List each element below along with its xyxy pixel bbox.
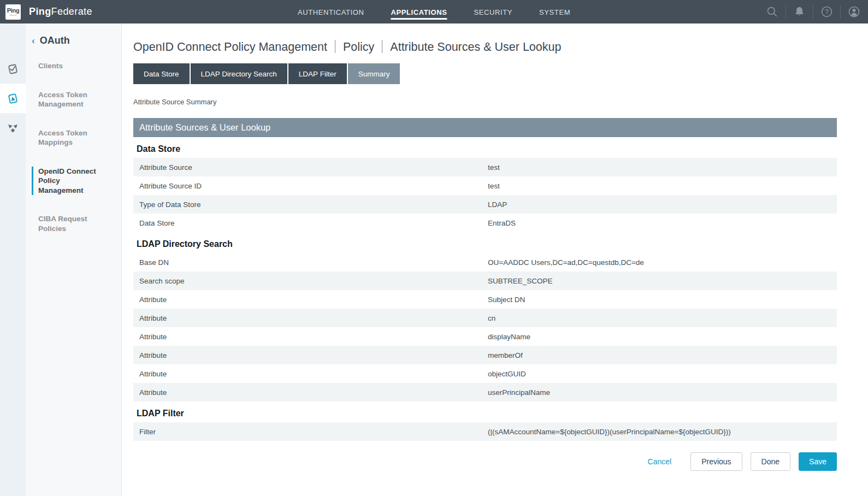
logo-subtext: Identity bbox=[10, 14, 17, 16]
summary-row: Filter(|(sAMAccountName=${objectGUID})(u… bbox=[133, 422, 837, 441]
summary-sections: Data StoreAttribute SourcetestAttribute … bbox=[133, 144, 837, 441]
row-value: LDAP bbox=[488, 200, 507, 209]
icon-divider bbox=[786, 5, 786, 19]
tab-ldap-filter[interactable]: LDAP Filter bbox=[288, 63, 347, 84]
summary-row: AttributememberOf bbox=[133, 346, 837, 364]
summary-row: AttributeuserPrincipalName bbox=[133, 383, 837, 401]
clients-icon bbox=[6, 62, 20, 76]
notifications-icon[interactable] bbox=[793, 5, 806, 18]
mappings-icon bbox=[6, 121, 20, 135]
primary-nav: AUTHENTICATION APPLICATIONS SECURITY SYS… bbox=[298, 0, 570, 23]
sidebar-item-access-token-mappings[interactable]: Access Token Mappings bbox=[38, 128, 114, 147]
row-label: Attribute bbox=[133, 351, 167, 359]
previous-button[interactable]: Previous bbox=[690, 452, 742, 471]
icon-rail bbox=[0, 23, 26, 496]
summary-table-header: Attribute Sources & User Lookup bbox=[133, 118, 837, 137]
sidebar-item-ciba-request-policies[interactable]: CIBA Request Policies bbox=[38, 214, 114, 233]
breadcrumb-part: Attribute Sources & User Lookup bbox=[390, 40, 561, 54]
product-name: PingFederate bbox=[29, 6, 92, 17]
nav-authentication[interactable]: AUTHENTICATION bbox=[298, 6, 364, 20]
help-icon[interactable]: ? bbox=[820, 5, 833, 18]
row-label: Attribute bbox=[133, 333, 167, 341]
rail-mappings-icon[interactable] bbox=[0, 113, 26, 143]
summary-description: Attribute Source Summary bbox=[133, 98, 837, 106]
sidebar-back-oauth[interactable]: ‹ OAuth bbox=[38, 35, 121, 46]
top-header: Ping Identity PingFederate AUTHENTICATIO… bbox=[0, 0, 868, 23]
access-token-icon bbox=[6, 92, 20, 105]
row-label: Base DN bbox=[133, 258, 169, 267]
breadcrumb-part: OpenID Connect Policy Management bbox=[133, 40, 327, 54]
cancel-link[interactable]: Cancel bbox=[648, 457, 672, 466]
row-label: Attribute bbox=[133, 370, 167, 378]
summary-row: AttributedisplayName bbox=[133, 327, 837, 346]
row-value: cn bbox=[488, 314, 495, 322]
footer-actions: Cancel Previous Done Save bbox=[133, 452, 837, 482]
rail-access-token-icon[interactable] bbox=[0, 84, 26, 113]
summary-row: Type of Data StoreLDAP bbox=[133, 195, 837, 214]
row-label: Attribute Source bbox=[133, 163, 192, 172]
sidebar-item-clients[interactable]: Clients bbox=[38, 61, 114, 71]
wizard-tabs: Data Store LDAP Directory Search LDAP Fi… bbox=[133, 63, 837, 84]
nav-security[interactable]: SECURITY bbox=[474, 6, 512, 20]
row-label: Data Store bbox=[133, 219, 175, 227]
account-icon[interactable] bbox=[848, 5, 860, 18]
product-name-light: Federate bbox=[51, 6, 92, 17]
tab-summary[interactable]: Summary bbox=[348, 63, 400, 84]
header-icon-group: ? bbox=[766, 5, 860, 19]
row-value: objectGUID bbox=[488, 370, 526, 378]
main-content: OpenID Connect Policy ManagementPolicyAt… bbox=[122, 23, 868, 496]
title-separator bbox=[382, 40, 382, 53]
nav-applications[interactable]: APPLICATIONS bbox=[391, 6, 447, 20]
row-value: OU=AADDC Users,DC=ad,DC=questdb,DC=de bbox=[488, 258, 644, 267]
sidebar-section-title: OAuth bbox=[40, 35, 70, 46]
product-name-bold: Ping bbox=[29, 6, 51, 17]
svg-text:?: ? bbox=[825, 8, 829, 16]
chevron-left-icon: ‹ bbox=[32, 36, 35, 46]
rail-clients-icon[interactable] bbox=[0, 54, 26, 84]
summary-row: Data StoreEntraDS bbox=[133, 214, 837, 232]
summary-row: Attribute Sourcetest bbox=[133, 158, 837, 176]
sidebar: ‹ OAuth Clients Access Token Management … bbox=[26, 23, 122, 496]
section-heading: LDAP Directory Search bbox=[137, 239, 837, 249]
row-value: test bbox=[488, 182, 500, 190]
summary-row: AttributeobjectGUID bbox=[133, 364, 837, 383]
summary-row: Search scopeSUBTREE_SCOPE bbox=[133, 271, 837, 290]
title-separator bbox=[335, 40, 335, 53]
logo-text: Ping bbox=[7, 8, 20, 14]
row-label: Attribute bbox=[133, 388, 167, 397]
row-label: Attribute Source ID bbox=[133, 182, 202, 190]
summary-row: Attribute Source IDtest bbox=[133, 176, 837, 195]
row-label: Attribute bbox=[133, 314, 167, 322]
summary-row: Base DNOU=AADDC Users,DC=ad,DC=questdb,D… bbox=[133, 253, 837, 271]
section-heading: LDAP Filter bbox=[137, 409, 837, 418]
row-value: displayName bbox=[488, 333, 530, 341]
nav-system[interactable]: SYSTEM bbox=[539, 6, 570, 20]
icon-divider bbox=[840, 5, 841, 19]
row-value: (|(sAMAccountName=${objectGUID})(userPri… bbox=[488, 428, 731, 436]
summary-row: Attributecn bbox=[133, 309, 837, 327]
tab-ldap-directory-search[interactable]: LDAP Directory Search bbox=[191, 63, 287, 84]
tab-data-store[interactable]: Data Store bbox=[133, 63, 190, 84]
section-heading: Data Store bbox=[137, 144, 837, 154]
row-value: Subject DN bbox=[488, 296, 525, 304]
icon-divider bbox=[813, 5, 813, 19]
row-value: userPrincipalName bbox=[488, 388, 550, 397]
row-value: SUBTREE_SCOPE bbox=[488, 277, 553, 285]
row-label: Attribute bbox=[133, 296, 167, 304]
row-label: Filter bbox=[133, 428, 156, 436]
save-button[interactable]: Save bbox=[799, 452, 837, 471]
row-label: Search scope bbox=[133, 277, 185, 285]
row-value: EntraDS bbox=[488, 219, 516, 227]
done-button[interactable]: Done bbox=[751, 452, 790, 471]
breadcrumb-part: Policy bbox=[343, 40, 374, 54]
sidebar-item-access-token-management[interactable]: Access Token Management bbox=[38, 90, 114, 109]
ping-identity-logo: Ping Identity bbox=[5, 4, 21, 20]
sidebar-item-openid-connect-policy-management[interactable]: OpenID Connect Policy Management bbox=[32, 167, 107, 196]
page-title: OpenID Connect Policy ManagementPolicyAt… bbox=[133, 40, 837, 54]
row-value: memberOf bbox=[488, 351, 523, 359]
summary-row: AttributeSubject DN bbox=[133, 290, 837, 309]
search-icon[interactable] bbox=[766, 5, 778, 18]
row-label: Type of Data Store bbox=[133, 200, 201, 209]
row-value: test bbox=[488, 163, 500, 172]
